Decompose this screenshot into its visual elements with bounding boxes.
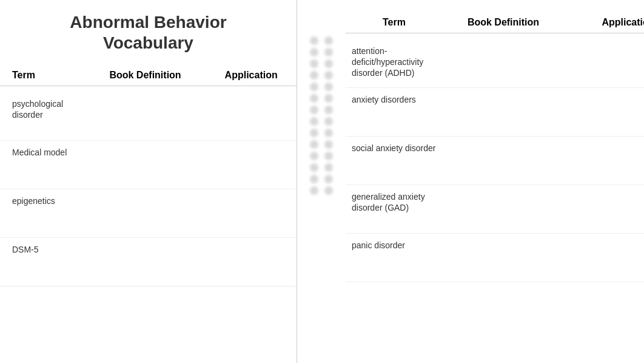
dot-4b: [324, 71, 333, 80]
left-header-app: Application: [206, 70, 297, 81]
dot-12a: [310, 163, 318, 172]
dot-pair-3: [297, 59, 346, 68]
dot-pair-5: [297, 83, 346, 91]
left-row-2: Medical model: [0, 141, 297, 189]
dot-12b: [324, 163, 333, 172]
right-term-5: panic disorder: [346, 240, 443, 251]
left-term-2: Medical model: [0, 147, 85, 158]
left-term-4: DSM-5: [0, 244, 85, 255]
dot-4a: [310, 71, 318, 80]
divider-dots: [297, 36, 346, 198]
dot-2b: [324, 48, 333, 56]
right-term-2: anxiety disorders: [346, 94, 443, 105]
dot-pair-14: [297, 186, 346, 195]
dot-10a: [310, 140, 318, 149]
dot-pair-6: [297, 94, 346, 103]
dot-11a: [310, 152, 318, 160]
divider-header-spacer: [297, 0, 346, 36]
left-header-row: Term Book Definition Application: [0, 65, 297, 86]
left-row-4: DSM-5: [0, 238, 297, 287]
title-line1: Abnormal Behavior: [70, 13, 226, 32]
dot-pair-10: [297, 140, 346, 149]
right-header-bookdef: Book Definition: [443, 11, 564, 28]
dot-7a: [310, 106, 318, 114]
dot-1a: [310, 36, 318, 45]
dot-pair-11: [297, 152, 346, 160]
right-row-3: social anxiety disorder: [346, 137, 644, 185]
dot-pair-7: [297, 106, 346, 114]
title-line2: Vocabulary: [103, 33, 193, 52]
right-term-4: generalized anxiety disorder (GAD): [346, 191, 443, 213]
dot-pair-9: [297, 129, 346, 137]
dot-9b: [324, 129, 333, 137]
right-term-1: attention-deficit/hyperactivity disorder…: [346, 46, 443, 79]
app-title: Abnormal Behavior Vocabulary: [0, 6, 297, 65]
dot-10b: [324, 140, 333, 149]
dot-14b: [324, 186, 333, 195]
dot-13a: [310, 175, 318, 183]
dot-pair-1: [297, 36, 346, 45]
dot-9a: [310, 129, 318, 137]
right-row-2: anxiety disorders: [346, 88, 644, 137]
dot-pair-8: [297, 117, 346, 126]
dot-pair-13: [297, 175, 346, 183]
dot-pair-12: [297, 163, 346, 172]
dot-13b: [324, 175, 333, 183]
dot-6a: [310, 94, 318, 103]
dot-8b: [324, 117, 333, 126]
left-header-bookdef: Book Definition: [85, 70, 206, 81]
dot-1b: [324, 36, 333, 45]
dot-5a: [310, 83, 318, 91]
divider-dots-area: [297, 0, 346, 363]
right-term-3: social anxiety disorder: [346, 143, 443, 154]
dot-5b: [324, 83, 333, 91]
right-row-5: panic disorder: [346, 234, 644, 282]
dot-pair-2: [297, 48, 346, 56]
right-row-4: generalized anxiety disorder (GAD): [346, 185, 644, 234]
right-header-term: Term: [346, 11, 443, 28]
dot-14a: [310, 186, 318, 195]
right-panel: Term Book Definition Application attenti…: [346, 0, 644, 363]
left-term-1: psychological disorder: [0, 98, 85, 120]
left-row-3: epigenetics: [0, 189, 297, 238]
right-header-app: Application: [564, 11, 644, 28]
dot-pair-4: [297, 71, 346, 80]
dot-6b: [324, 94, 333, 103]
dot-11b: [324, 152, 333, 160]
dot-8a: [310, 117, 318, 126]
left-term-3: epigenetics: [0, 195, 85, 206]
right-row-1: attention-deficit/hyperactivity disorder…: [346, 39, 644, 88]
dot-2a: [310, 48, 318, 56]
left-header-term: Term: [0, 70, 85, 81]
right-header-row: Term Book Definition Application: [346, 6, 644, 33]
dot-3b: [324, 59, 333, 68]
dot-7b: [324, 106, 333, 114]
left-row-1: psychological disorder: [0, 92, 297, 141]
left-panel: Abnormal Behavior Vocabulary Term Book D…: [0, 0, 297, 363]
dot-3a: [310, 59, 318, 68]
